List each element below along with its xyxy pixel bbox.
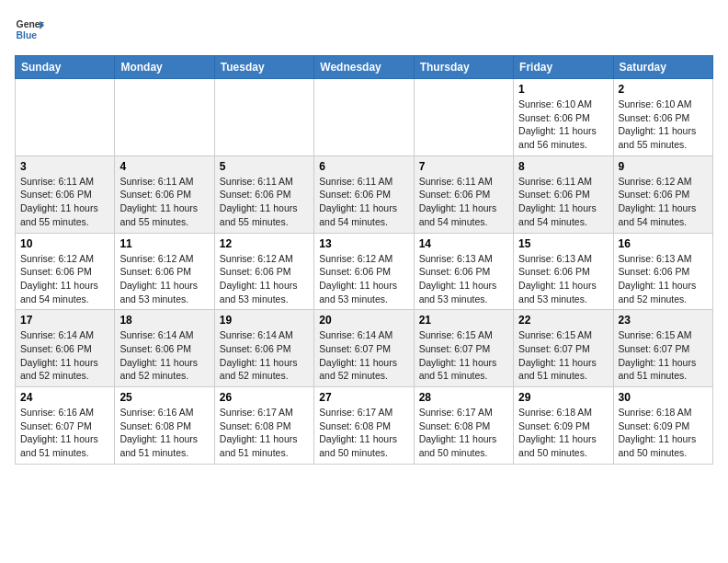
calendar-cell: 8Sunrise: 6:11 AM Sunset: 6:06 PM Daylig… [514, 155, 613, 233]
calendar-cell: 24Sunrise: 6:16 AM Sunset: 6:07 PM Dayli… [16, 387, 115, 465]
calendar-cell: 18Sunrise: 6:14 AM Sunset: 6:06 PM Dayli… [115, 310, 214, 387]
logo: General Blue [15, 15, 44, 44]
day-info: Sunrise: 6:10 AM Sunset: 6:06 PM Dayligh… [518, 98, 608, 152]
day-info: Sunrise: 6:11 AM Sunset: 6:06 PM Dayligh… [220, 175, 309, 229]
calendar-cell: 5Sunrise: 6:11 AM Sunset: 6:06 PM Daylig… [214, 155, 313, 233]
calendar-cell: 1Sunrise: 6:10 AM Sunset: 6:06 PM Daylig… [514, 79, 613, 156]
day-number: 8 [518, 160, 608, 173]
calendar-cell: 10Sunrise: 6:12 AM Sunset: 6:06 PM Dayli… [16, 233, 115, 310]
calendar-week-row: 10Sunrise: 6:12 AM Sunset: 6:06 PM Dayli… [16, 233, 713, 310]
day-info: Sunrise: 6:13 AM Sunset: 6:06 PM Dayligh… [419, 252, 508, 306]
day-number: 29 [518, 391, 608, 404]
day-number: 12 [220, 237, 309, 250]
day-number: 17 [20, 314, 109, 327]
logo-icon: General Blue [15, 15, 44, 44]
day-info: Sunrise: 6:16 AM Sunset: 6:08 PM Dayligh… [119, 406, 209, 460]
calendar-cell: 16Sunrise: 6:13 AM Sunset: 6:06 PM Dayli… [613, 233, 712, 310]
day-info: Sunrise: 6:10 AM Sunset: 6:06 PM Dayligh… [619, 98, 708, 152]
weekday-header-cell: Thursday [414, 56, 513, 79]
day-number: 15 [518, 237, 608, 250]
day-info: Sunrise: 6:12 AM Sunset: 6:06 PM Dayligh… [20, 252, 109, 306]
day-number: 13 [319, 237, 408, 250]
weekday-header-cell: Sunday [16, 56, 115, 79]
calendar-cell: 27Sunrise: 6:17 AM Sunset: 6:08 PM Dayli… [314, 387, 414, 465]
calendar-cell: 19Sunrise: 6:14 AM Sunset: 6:06 PM Dayli… [214, 310, 313, 387]
page-header: General Blue [15, 15, 713, 44]
calendar-cell [314, 79, 414, 156]
day-info: Sunrise: 6:14 AM Sunset: 6:07 PM Dayligh… [319, 328, 408, 383]
day-info: Sunrise: 6:14 AM Sunset: 6:06 PM Dayligh… [20, 328, 109, 383]
calendar-body: 1Sunrise: 6:10 AM Sunset: 6:06 PM Daylig… [16, 79, 713, 465]
day-number: 18 [119, 314, 209, 327]
calendar-cell: 21Sunrise: 6:15 AM Sunset: 6:07 PM Dayli… [414, 310, 513, 387]
day-number: 9 [619, 160, 708, 173]
day-number: 23 [619, 314, 708, 327]
day-number: 3 [20, 160, 109, 173]
calendar-cell: 28Sunrise: 6:17 AM Sunset: 6:08 PM Dayli… [414, 387, 513, 465]
day-info: Sunrise: 6:17 AM Sunset: 6:08 PM Dayligh… [220, 406, 309, 460]
day-number: 25 [119, 391, 209, 404]
day-info: Sunrise: 6:11 AM Sunset: 6:06 PM Dayligh… [419, 175, 508, 229]
day-info: Sunrise: 6:15 AM Sunset: 6:07 PM Dayligh… [419, 328, 508, 383]
day-number: 2 [619, 83, 708, 96]
day-number: 11 [119, 237, 209, 250]
day-number: 30 [619, 391, 708, 404]
day-info: Sunrise: 6:18 AM Sunset: 6:09 PM Dayligh… [518, 406, 608, 460]
day-number: 28 [419, 391, 508, 404]
calendar-cell [16, 79, 115, 156]
day-number: 14 [419, 237, 508, 250]
calendar-cell [115, 79, 214, 156]
calendar-cell: 2Sunrise: 6:10 AM Sunset: 6:06 PM Daylig… [613, 79, 712, 156]
calendar-cell [414, 79, 513, 156]
day-number: 21 [419, 314, 508, 327]
day-number: 24 [20, 391, 109, 404]
day-number: 22 [518, 314, 608, 327]
calendar-cell: 29Sunrise: 6:18 AM Sunset: 6:09 PM Dayli… [514, 387, 613, 465]
day-info: Sunrise: 6:12 AM Sunset: 6:06 PM Dayligh… [319, 252, 408, 306]
day-info: Sunrise: 6:17 AM Sunset: 6:08 PM Dayligh… [319, 406, 408, 460]
day-info: Sunrise: 6:14 AM Sunset: 6:06 PM Dayligh… [119, 328, 209, 383]
day-number: 10 [20, 237, 109, 250]
day-info: Sunrise: 6:11 AM Sunset: 6:06 PM Dayligh… [20, 175, 109, 229]
calendar-table: SundayMondayTuesdayWednesdayThursdayFrid… [15, 55, 713, 465]
day-number: 26 [220, 391, 309, 404]
calendar-cell: 4Sunrise: 6:11 AM Sunset: 6:06 PM Daylig… [115, 155, 214, 233]
weekday-header-cell: Tuesday [214, 56, 313, 79]
day-info: Sunrise: 6:16 AM Sunset: 6:07 PM Dayligh… [20, 406, 109, 460]
calendar-cell: 25Sunrise: 6:16 AM Sunset: 6:08 PM Dayli… [115, 387, 214, 465]
weekday-header-row: SundayMondayTuesdayWednesdayThursdayFrid… [16, 56, 713, 79]
day-number: 20 [319, 314, 408, 327]
day-number: 5 [220, 160, 309, 173]
day-info: Sunrise: 6:15 AM Sunset: 6:07 PM Dayligh… [619, 328, 708, 383]
calendar-cell: 26Sunrise: 6:17 AM Sunset: 6:08 PM Dayli… [214, 387, 313, 465]
calendar-cell: 12Sunrise: 6:12 AM Sunset: 6:06 PM Dayli… [214, 233, 313, 310]
day-info: Sunrise: 6:17 AM Sunset: 6:08 PM Dayligh… [419, 406, 508, 460]
day-info: Sunrise: 6:18 AM Sunset: 6:09 PM Dayligh… [619, 406, 708, 460]
day-number: 7 [419, 160, 508, 173]
calendar-week-row: 3Sunrise: 6:11 AM Sunset: 6:06 PM Daylig… [16, 155, 713, 233]
day-info: Sunrise: 6:11 AM Sunset: 6:06 PM Dayligh… [518, 175, 608, 229]
calendar-cell: 23Sunrise: 6:15 AM Sunset: 6:07 PM Dayli… [613, 310, 712, 387]
day-info: Sunrise: 6:12 AM Sunset: 6:06 PM Dayligh… [119, 252, 209, 306]
calendar-cell: 3Sunrise: 6:11 AM Sunset: 6:06 PM Daylig… [16, 155, 115, 233]
day-number: 19 [220, 314, 309, 327]
day-number: 27 [319, 391, 408, 404]
day-info: Sunrise: 6:11 AM Sunset: 6:06 PM Dayligh… [119, 175, 209, 229]
calendar-cell: 6Sunrise: 6:11 AM Sunset: 6:06 PM Daylig… [314, 155, 414, 233]
day-info: Sunrise: 6:14 AM Sunset: 6:06 PM Dayligh… [220, 328, 309, 383]
day-number: 6 [319, 160, 408, 173]
weekday-header-cell: Monday [115, 56, 214, 79]
calendar-cell: 7Sunrise: 6:11 AM Sunset: 6:06 PM Daylig… [414, 155, 513, 233]
day-info: Sunrise: 6:13 AM Sunset: 6:06 PM Dayligh… [518, 252, 608, 306]
calendar-week-row: 17Sunrise: 6:14 AM Sunset: 6:06 PM Dayli… [16, 310, 713, 387]
day-info: Sunrise: 6:13 AM Sunset: 6:06 PM Dayligh… [619, 252, 708, 306]
calendar-cell: 9Sunrise: 6:12 AM Sunset: 6:06 PM Daylig… [613, 155, 712, 233]
calendar-cell: 17Sunrise: 6:14 AM Sunset: 6:06 PM Dayli… [16, 310, 115, 387]
svg-text:Blue: Blue [17, 30, 38, 40]
calendar-cell: 13Sunrise: 6:12 AM Sunset: 6:06 PM Dayli… [314, 233, 414, 310]
day-info: Sunrise: 6:15 AM Sunset: 6:07 PM Dayligh… [518, 328, 608, 383]
weekday-header-cell: Wednesday [314, 56, 414, 79]
day-info: Sunrise: 6:12 AM Sunset: 6:06 PM Dayligh… [619, 175, 708, 229]
calendar-cell: 15Sunrise: 6:13 AM Sunset: 6:06 PM Dayli… [514, 233, 613, 310]
day-info: Sunrise: 6:12 AM Sunset: 6:06 PM Dayligh… [220, 252, 309, 306]
